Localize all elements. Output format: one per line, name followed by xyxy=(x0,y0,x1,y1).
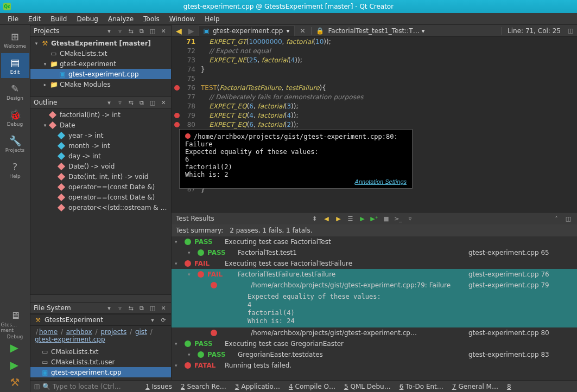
test-row[interactable]: ▾FATALRunning tests failed. xyxy=(172,360,577,371)
fs-item[interactable]: ▣gtest-experiment.cpp xyxy=(30,367,171,377)
symbol-selector[interactable]: FactorialTest_test1_Test::T… ▾ xyxy=(328,27,499,35)
link-icon[interactable]: ⧉ xyxy=(137,98,146,107)
outline-item[interactable]: Date(int, int, int) -> void xyxy=(30,171,171,182)
menu-debug[interactable]: Debug xyxy=(72,14,102,24)
kit-selector[interactable]: 🖥Gtes…mentDebug xyxy=(1,312,29,337)
collapse-icon[interactable]: ˄ xyxy=(552,214,561,223)
menu-build[interactable]: Build xyxy=(46,14,71,24)
run-debug-icon[interactable]: ▶⁺ xyxy=(370,214,379,223)
code-editor[interactable]: 71 EXPECT_GT(10000000, factorial(10));72… xyxy=(172,37,577,212)
tree-item[interactable]: ▭CMakeLists.txt xyxy=(30,48,171,59)
fs-item[interactable]: ▭CMakeLists.txt.user xyxy=(30,357,171,367)
test-tree[interactable]: ▾PASSExecuting test case FactorialTest▾P… xyxy=(172,236,577,380)
nav-forward-icon[interactable]: ▶ xyxy=(186,27,196,35)
test-row[interactable]: ▾PASSFactorialTest.test1gtest-experiment… xyxy=(172,247,577,258)
breadcrumb-link[interactable]: projects xyxy=(100,328,126,336)
prev-icon[interactable]: ◀ xyxy=(322,214,331,223)
close-icon[interactable]: ✕ xyxy=(159,98,168,107)
statusbar-pane[interactable]: 1 Issues xyxy=(141,383,176,390)
mode-projects[interactable]: 🔧Projects xyxy=(1,131,29,156)
filter-icon[interactable]: ▿ xyxy=(116,304,124,312)
filter-icon[interactable]: ▿ xyxy=(406,214,415,223)
output-icon[interactable]: >_ xyxy=(394,214,403,223)
annotation-settings-link[interactable]: Annotation Settings xyxy=(185,178,407,185)
filter-icon[interactable]: ▿ xyxy=(116,27,124,35)
outline-item[interactable]: year -> int xyxy=(30,130,171,140)
line-col-indicator[interactable]: Line: 71, Col: 25 xyxy=(504,27,564,35)
panel-dropdown-icon[interactable]: ▾ xyxy=(105,27,113,35)
menu-edit[interactable]: Edit xyxy=(24,14,45,24)
stop-icon[interactable]: ■ xyxy=(382,214,391,223)
statusbar-pane[interactable]: 6 To-Do Ent… xyxy=(395,383,448,390)
split-icon[interactable]: ◫ xyxy=(148,98,157,107)
mode-help[interactable]: ?Help xyxy=(1,157,29,182)
test-row[interactable]: /home/archbox/projects/gist/gtest-experi… xyxy=(172,280,577,291)
menu-help[interactable]: Help xyxy=(200,14,224,24)
sync-icon[interactable]: ⟳ xyxy=(159,316,168,324)
link-icon[interactable]: ⧉ xyxy=(137,27,146,35)
build-icon[interactable]: ⚒ xyxy=(10,376,20,389)
breadcrumb-link[interactable]: home xyxy=(39,328,58,336)
outline-tree[interactable]: factorial(int) -> int▾Dateyear -> intmon… xyxy=(30,108,171,294)
lock-icon[interactable]: 🔒 xyxy=(314,27,326,35)
statusbar-pane[interactable]: 8 xyxy=(503,383,516,390)
sync-icon[interactable]: ⇆ xyxy=(126,27,135,35)
test-row[interactable]: ▾PASSGregorianEaster.testdatesgtest-expe… xyxy=(172,349,577,360)
outline-item[interactable]: operator<<(std::ostream & … xyxy=(30,202,171,213)
outline-item[interactable]: ▾Date xyxy=(30,120,171,130)
debug-run-icon[interactable]: ▶ xyxy=(10,358,20,371)
close-icon[interactable]: ✕ xyxy=(159,304,168,312)
panel-toggle-icon[interactable]: ◫ xyxy=(33,382,41,391)
run-icon[interactable]: ▶ xyxy=(358,214,367,223)
link-icon[interactable]: ⧉ xyxy=(137,304,146,312)
mode-edit[interactable]: ▤Edit xyxy=(1,53,29,78)
sync-icon[interactable]: ⇆ xyxy=(126,304,135,312)
test-row[interactable]: ▾PASSExecuting test case GregorianEaster xyxy=(172,338,577,349)
outline-item[interactable]: month -> int xyxy=(30,140,171,151)
split-icon[interactable]: ◫ xyxy=(148,27,157,35)
outline-item[interactable]: operator==(const Date &) xyxy=(30,192,171,202)
panel-dropdown-icon[interactable]: ▾ xyxy=(148,316,157,324)
breadcrumb-link[interactable]: archbox xyxy=(66,328,92,336)
list-icon[interactable]: ☰ xyxy=(346,214,355,223)
project-root[interactable]: ▾⚒GtestsExperiment [master] xyxy=(30,38,171,48)
projects-tree[interactable]: ▾⚒GtestsExperiment [master]▭CMakeLists.t… xyxy=(30,37,171,97)
tree-item[interactable]: ▾📁gtest-experiment xyxy=(30,59,171,69)
test-row[interactable]: /home/archbox/projects/gist/gtest-experi… xyxy=(172,327,577,338)
filter-icon[interactable]: ▿ xyxy=(116,98,124,107)
test-row[interactable]: ▾PASSExecuting test case FactorialTest xyxy=(172,236,577,247)
test-row[interactable]: ▾FAILFactorialTestFailure.testFailuregte… xyxy=(172,269,577,280)
statusbar-pane[interactable]: 2 Search Re… xyxy=(176,383,231,390)
file-selector[interactable]: ▣ gtest-experiment.cpp ▾ xyxy=(199,25,295,36)
mode-design[interactable]: ✎Design xyxy=(1,79,29,104)
statusbar-pane[interactable]: 5 QML Debu… xyxy=(340,383,395,390)
statusbar-pane[interactable]: 4 Compile O… xyxy=(284,383,340,390)
tree-item[interactable]: ▣gtest-experiment.cpp xyxy=(30,69,171,79)
close-file-icon[interactable]: ✕ xyxy=(297,27,309,35)
menu-window[interactable]: Window xyxy=(165,14,199,24)
split-icon[interactable]: ◫ xyxy=(566,27,575,35)
panel-dropdown-icon[interactable]: ▾ xyxy=(105,304,113,312)
mode-welcome[interactable]: ⊞Welcome xyxy=(1,27,29,52)
outline-item[interactable]: Date() -> void xyxy=(30,161,171,171)
tree-item[interactable]: ▸📁CMake Modules xyxy=(30,79,171,89)
run-icon[interactable]: ▶ xyxy=(10,341,20,354)
sync-icon[interactable]: ⇆ xyxy=(126,98,135,107)
outline-item[interactable]: day -> int xyxy=(30,151,171,161)
close-panel-icon[interactable]: ◫ xyxy=(564,214,573,223)
menu-file[interactable]: File xyxy=(3,14,23,24)
mode-debug[interactable]: 🐞Debug xyxy=(1,105,29,130)
statusbar-pane[interactable]: 3 Applicatio… xyxy=(231,383,284,390)
breadcrumb-link[interactable]: gist xyxy=(135,328,147,336)
panel-dropdown-icon[interactable]: ▾ xyxy=(105,98,113,107)
breadcrumb[interactable]: /home / archbox / projects / gist / gtes… xyxy=(30,326,171,345)
nav-back-icon[interactable]: ◀ xyxy=(174,27,184,35)
filesystem-tree[interactable]: ▭CMakeLists.txt▭CMakeLists.txt.user▣gtes… xyxy=(30,345,171,380)
locator-input[interactable]: 🔍 Type to locate (Ctrl… xyxy=(42,383,140,390)
menu-analyze[interactable]: Analyze xyxy=(104,14,138,24)
test-row[interactable]: ▾FAILExecuting test case FactorialTestFa… xyxy=(172,258,577,269)
next-icon[interactable]: ▶ xyxy=(334,214,343,223)
close-icon[interactable]: ✕ xyxy=(159,27,168,35)
outline-item[interactable]: factorial(int) -> int xyxy=(30,110,171,120)
fs-item[interactable]: ▭CMakeLists.txt xyxy=(30,346,171,357)
